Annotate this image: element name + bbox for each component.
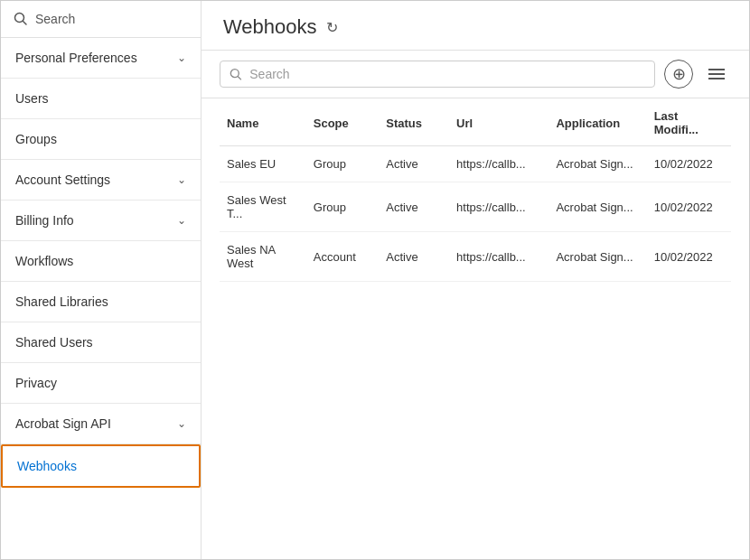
sidebar-item-label: Personal Preferences [15, 51, 137, 65]
sidebar-item-label: Acrobat Sign API [15, 416, 111, 431]
sidebar-item-label: Privacy [15, 376, 57, 390]
cell-status: Active [379, 182, 449, 232]
chevron-down-icon: ⌄ [177, 51, 186, 64]
sidebar-search[interactable]: Search [1, 1, 201, 38]
sidebar-item-groups[interactable]: Groups [1, 119, 201, 160]
col-header-name: Name [220, 98, 306, 146]
col-header-url: Url [449, 98, 548, 146]
table-row[interactable]: Sales West T... Group Active https://cal… [220, 182, 731, 232]
cell-status: Active [379, 146, 449, 182]
sidebar-item-label: Groups [15, 132, 57, 146]
toolbar: ⊕ [202, 51, 749, 98]
col-header-status: Status [379, 98, 449, 146]
cell-application: Acrobat Sign... [548, 146, 646, 182]
cell-name: Sales NA West [220, 232, 306, 282]
main-header: Webhooks ↻ [202, 1, 749, 51]
cell-application: Acrobat Sign... [548, 232, 646, 282]
search-icon [230, 68, 242, 81]
cell-url: https://callb... [449, 232, 548, 282]
cell-url: https://callb... [449, 182, 548, 232]
cell-application: Acrobat Sign... [548, 182, 646, 232]
col-header-application: Application [548, 98, 646, 146]
add-webhook-button[interactable]: ⊕ [664, 60, 693, 89]
chevron-down-icon: ⌄ [177, 214, 186, 227]
cell-scope: Group [306, 146, 379, 182]
search-input[interactable] [249, 67, 645, 81]
sidebar-item-acrobat-sign-api[interactable]: Acrobat Sign API ⌄ [1, 404, 201, 444]
table-container: Name Scope Status Url Application Last M… [202, 98, 749, 559]
main-content: Webhooks ↻ ⊕ [202, 1, 749, 559]
chevron-down-icon: ⌄ [177, 173, 186, 186]
svg-line-3 [238, 76, 240, 79]
sidebar-item-personal-preferences[interactable]: Personal Preferences ⌄ [1, 38, 201, 79]
table-row[interactable]: Sales NA West Account Active https://cal… [220, 232, 731, 282]
svg-line-1 [23, 22, 27, 25]
sidebar-item-webhooks[interactable]: Webhooks [1, 444, 201, 488]
sidebar: Search Personal Preferences ⌄ Users Grou… [1, 1, 202, 559]
search-icon [14, 12, 28, 26]
sidebar-item-shared-libraries[interactable]: Shared Libraries [1, 282, 201, 322]
cell-scope: Account [306, 232, 379, 282]
app-container: Search Personal Preferences ⌄ Users Grou… [0, 0, 750, 560]
sidebar-item-users[interactable]: Users [1, 79, 201, 119]
cell-scope: Group [306, 182, 379, 232]
menu-button[interactable] [702, 60, 731, 89]
cell-modified: 10/02/2022 [647, 146, 731, 182]
sidebar-item-shared-users[interactable]: Shared Users [1, 322, 201, 363]
sidebar-item-label: Account Settings [15, 173, 110, 187]
webhooks-table: Name Scope Status Url Application Last M… [220, 98, 731, 282]
chevron-down-icon: ⌄ [177, 417, 186, 430]
sidebar-item-label: Users [15, 91, 49, 106]
sidebar-item-privacy[interactable]: Privacy [1, 363, 201, 404]
cell-url: https://callb... [449, 146, 548, 182]
col-header-scope: Scope [306, 98, 379, 146]
cell-name: Sales West T... [220, 182, 306, 232]
sidebar-item-label: Shared Libraries [15, 294, 108, 309]
cell-modified: 10/02/2022 [647, 182, 731, 232]
hamburger-icon [708, 69, 725, 79]
sidebar-item-workflows[interactable]: Workflows [1, 241, 201, 282]
refresh-icon[interactable]: ↻ [326, 19, 338, 36]
cell-status: Active [379, 232, 449, 282]
sidebar-item-label: Workflows [15, 254, 73, 268]
cell-modified: 10/02/2022 [647, 232, 731, 282]
plus-icon: ⊕ [672, 64, 686, 84]
table-header-row: Name Scope Status Url Application Last M… [220, 98, 731, 146]
toolbar-search-box[interactable] [220, 61, 655, 88]
sidebar-item-label: Shared Users [15, 335, 93, 350]
cell-name: Sales EU [220, 146, 306, 182]
sidebar-item-label: Billing Info [15, 213, 74, 228]
page-title: Webhooks [223, 15, 317, 39]
sidebar-item-label: Webhooks [17, 459, 77, 473]
sidebar-item-account-settings[interactable]: Account Settings ⌄ [1, 160, 201, 201]
table-row[interactable]: Sales EU Group Active https://callb... A… [220, 146, 731, 182]
sidebar-item-billing-info[interactable]: Billing Info ⌄ [1, 201, 201, 241]
sidebar-search-label: Search [35, 12, 75, 26]
col-header-modified: Last Modifi... [647, 98, 731, 146]
